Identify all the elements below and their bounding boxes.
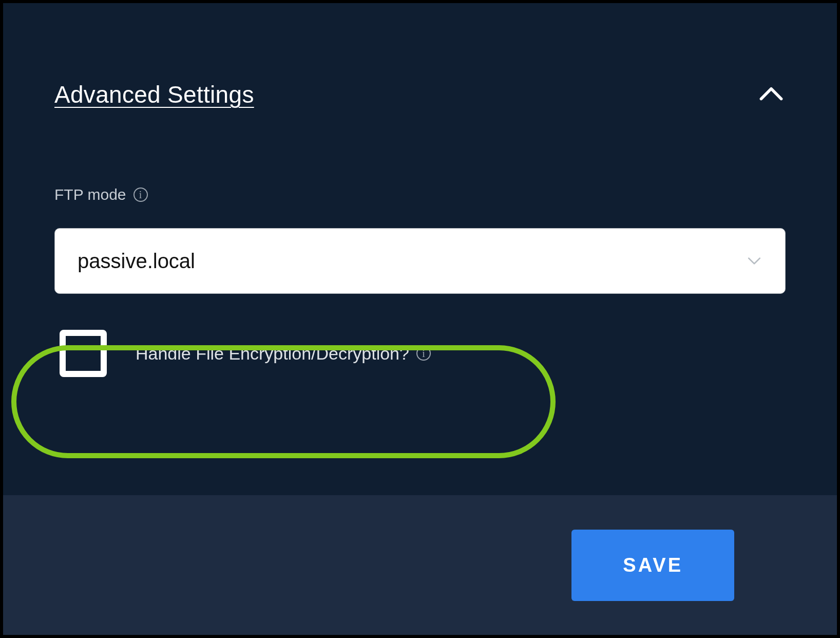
advanced-settings-panel: Advanced Settings FTP mode passive.local…	[3, 3, 837, 495]
ftp-mode-select[interactable]: passive.local	[54, 228, 786, 294]
ftp-mode-label: FTP mode	[54, 186, 126, 203]
chevron-up-icon[interactable]	[757, 80, 786, 109]
ftp-mode-value: passive.local	[78, 250, 195, 273]
settings-dialog: Advanced Settings FTP mode passive.local…	[0, 0, 840, 638]
encryption-checkbox[interactable]	[60, 330, 107, 377]
ftp-mode-field: FTP mode passive.local	[54, 186, 786, 294]
ftp-mode-label-row: FTP mode	[54, 186, 786, 203]
encryption-row: Handle File Encryption/Decryption?	[54, 330, 786, 377]
section-header: Advanced Settings	[54, 80, 786, 109]
info-icon[interactable]	[133, 187, 148, 202]
chevron-down-icon	[744, 251, 765, 271]
encryption-label: Handle File Encryption/Decryption?	[136, 344, 409, 364]
section-title[interactable]: Advanced Settings	[54, 81, 254, 108]
encryption-label-row: Handle File Encryption/Decryption?	[136, 344, 431, 364]
dialog-footer: SAVE	[3, 495, 837, 635]
info-icon[interactable]	[416, 346, 431, 361]
save-button[interactable]: SAVE	[571, 530, 734, 601]
